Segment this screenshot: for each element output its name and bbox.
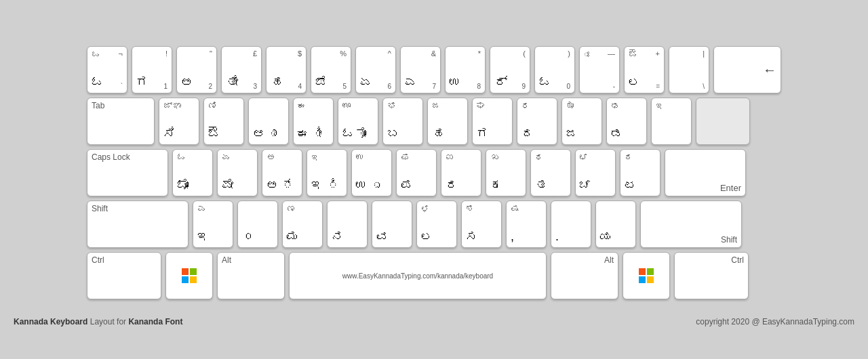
key-win-left[interactable] [165, 252, 213, 299]
windows-icon-left [182, 268, 197, 283]
key-bracketl[interactable]: ಢ ಡ [606, 98, 647, 145]
key-bracketr[interactable]: ಇ [651, 98, 692, 145]
key-z[interactable]: ಎ ಇ [193, 200, 233, 248]
key-comma[interactable]: ಷ , [506, 200, 547, 248]
key-backspace[interactable]: ← [713, 46, 781, 93]
keyboard-footer: Kannada Keyboard Layout for Kananda Font… [0, 313, 868, 326]
key-j[interactable]: ಐ ರ [441, 149, 481, 196]
key-i[interactable]: ಘ ಗ [472, 98, 513, 145]
keyboard-row-4: Shift ಎ ಇ ೦ ಣ ಮ ನ ವ ಳ ಲ ಶ ಸ [87, 200, 781, 248]
key-ctrl-right[interactable]: Ctrl [674, 252, 749, 299]
keyboard-row-3: Caps Lock ಓ ಓೋ ಏ ಏೇ ಅ ಅ ್ ಇ ಇ ಿ ಉ ಉ ು ಫ … [87, 149, 781, 196]
footer-font-name: Kananda Font [128, 317, 182, 326]
key-shift-left[interactable]: Shift [87, 200, 189, 248]
key-e[interactable]: ಆ ಾ [248, 98, 289, 145]
key-l[interactable]: ಥ ತ [530, 149, 571, 196]
key-h[interactable]: ಫ ಪ [396, 149, 437, 196]
key-backtick[interactable]: ಒ¬ ಓ` [87, 46, 127, 93]
key-pipe[interactable]: | \ [669, 46, 709, 93]
key-minus[interactable]: ಃ— - [579, 46, 620, 93]
key-m[interactable]: ಶ ಸ [461, 200, 502, 248]
footer-subtitle-part1: Layout for [90, 317, 129, 326]
key-shift-right[interactable]: Shift [640, 200, 742, 248]
keyboard-row-5: Ctrl Alt www.EasyKannadaTyping.com/kanna… [87, 252, 781, 299]
key-d[interactable]: ಅ ಅ ್ [262, 149, 302, 196]
key-p[interactable]: ಝ ಜ [561, 98, 602, 145]
key-capslock[interactable]: Caps Lock [87, 149, 168, 196]
key-b[interactable]: ವ [372, 200, 412, 248]
footer-right: copyright 2020 @ EasyKannadaTyping.com [696, 317, 854, 326]
key-semicolon[interactable]: ಛ ಚ [575, 149, 616, 196]
footer-left: Kannada Keyboard Layout for Kananda Font [14, 317, 182, 326]
key-period[interactable]: . [551, 200, 591, 248]
key-y[interactable]: ಭ ಬ [382, 98, 423, 145]
key-enter[interactable]: Enter [665, 149, 746, 196]
key-s[interactable]: ಏ ಏೇ [217, 149, 258, 196]
key-tab[interactable]: Tab [87, 98, 155, 145]
space-bar-label: www.EasyKannadaTyping.com/kannada/keyboa… [342, 272, 493, 280]
key-a[interactable]: ಓ ಓೋ [172, 149, 213, 196]
key-x[interactable]: ೦ [237, 200, 278, 248]
keyboard-row-1: ಒ¬ ಓ` ! ಗ1 " ಅ2 £ ತೀ3 $ ಹ4 % ಙೆ5 ^ ಏ6 & [87, 46, 781, 93]
key-g[interactable]: ಉ ಉ ು [351, 149, 392, 196]
key-ctrl-left[interactable]: Ctrl [87, 252, 161, 299]
key-q[interactable]: ಜ್ಞಾ ಸಿ [159, 98, 199, 145]
key-8[interactable]: * ಉ8 [445, 46, 486, 93]
key-7[interactable]: & ಎ7 [400, 46, 441, 93]
key-o[interactable]: ಧ ದ [517, 98, 557, 145]
key-5[interactable]: % ಙೆ5 [311, 46, 351, 93]
key-alt-right[interactable]: Alt [551, 252, 618, 299]
key-t[interactable]: ಊ ಓ ೋ [338, 98, 378, 145]
key-r[interactable]: ಈ ಈ ೀ [293, 98, 334, 145]
keyboard-container: ಒ¬ ಓ` ! ಗ1 " ಅ2 £ ತೀ3 $ ಹ4 % ಙೆ5 ^ ಏ6 & [73, 33, 795, 313]
key-bigright [696, 98, 750, 145]
key-n[interactable]: ಳ ಲ [416, 200, 457, 248]
key-1[interactable]: ! ಗ1 [132, 46, 172, 93]
key-k[interactable]: ಖ ಕ [486, 149, 526, 196]
key-w[interactable]: ಣಿ ಔ [203, 98, 244, 145]
key-slash[interactable]: ಯ [595, 200, 636, 248]
key-space[interactable]: www.EasyKannadaTyping.com/kannada/keyboa… [289, 252, 547, 299]
footer-keyboard-title: Kannada Keyboard [14, 317, 87, 326]
key-0[interactable]: ) ಓ0 [534, 46, 575, 93]
key-6[interactable]: ^ ಏ6 [355, 46, 396, 93]
key-9[interactable]: ( ರ್9 [490, 46, 530, 93]
key-f[interactable]: ಇ ಇ ಿ [307, 149, 347, 196]
key-v[interactable]: ನ [327, 200, 368, 248]
key-c[interactable]: ಣ ಮ [282, 200, 323, 248]
key-u[interactable]: ಜ ಹ [427, 98, 468, 145]
windows-icon-right [639, 268, 654, 283]
key-2[interactable]: " ಅ2 [176, 46, 217, 93]
key-alt-left[interactable]: Alt [217, 252, 285, 299]
keyboard-row-2: Tab ಜ್ಞಾ ಸಿ ಣಿ ಔ ಆ ಾ ಈ ಈ ೀ ಊ ಓ ೋ ಭ ಬ ಜ ಹ [87, 98, 781, 145]
key-3[interactable]: £ ತೀ3 [221, 46, 262, 93]
key-win-right[interactable] [623, 252, 670, 299]
key-4[interactable]: $ ಹ4 [266, 46, 307, 93]
key-quote[interactable]: ಠ ಟ [620, 149, 660, 196]
key-equals[interactable]: ಔ+ ಲ= [624, 46, 665, 93]
